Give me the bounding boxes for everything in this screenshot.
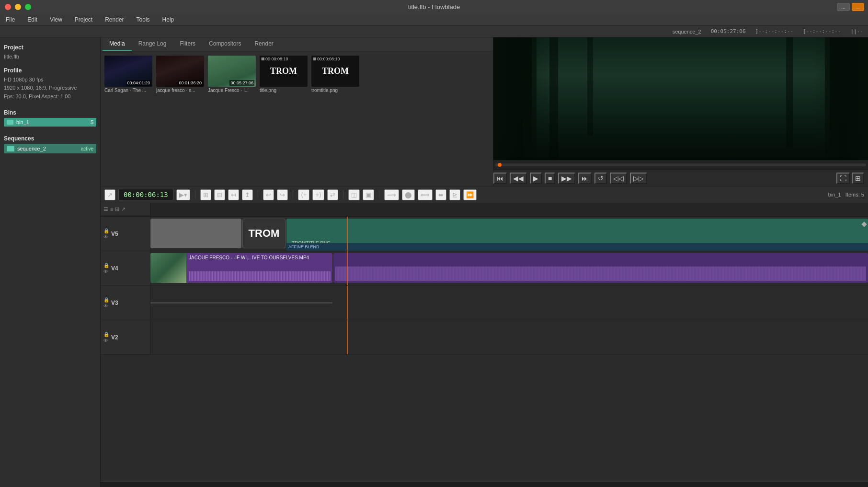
media-thumb-jacque2[interactable]: 00:05:27:06 Jacque Fresco - l... [208, 56, 256, 182]
seq-tc2: ]--:--:--:-- [755, 28, 793, 35]
preview-next-frame[interactable]: ▶▶ [558, 173, 575, 184]
top-btn-1[interactable]: ... [837, 3, 849, 11]
timecode-display[interactable]: 00:00:06:13 [118, 189, 173, 200]
track-vis-v3[interactable]: 👁 [103, 303, 109, 309]
track-label-v2: V2 [111, 334, 118, 341]
toolbar-add-mark-in[interactable]: ⟨+ [298, 189, 310, 200]
track-lock-v2[interactable]: 🔒 [103, 332, 109, 337]
media-thumb-carl-sagan[interactable]: 00:04:01:29 Carl Sagan - The ... [104, 56, 152, 182]
preview-stop[interactable]: ■ [545, 173, 555, 184]
toolbar-arrow[interactable]: ↗ [104, 189, 115, 200]
preview-slow-back[interactable]: ◁◁ [610, 173, 627, 184]
menu-render[interactable]: Render [103, 15, 126, 24]
track-lock-v5[interactable]: 🔒 [103, 228, 109, 233]
toolbar-play-btn[interactable]: ▶▾ [176, 189, 190, 200]
toolbar-splice[interactable]: ⊟ [214, 189, 225, 200]
thumb-label-carl-sagan: Carl Sagan - The ... [104, 88, 152, 93]
tab-compositors[interactable]: Compositors [202, 37, 248, 51]
minimize-button[interactable] [15, 4, 21, 10]
menu-edit[interactable]: Edit [25, 15, 39, 24]
toolbar-fade[interactable]: ▣ [363, 189, 374, 200]
track-header-v2: 🔒 👁 V2 [101, 320, 150, 354]
tab-range-log[interactable]: Range Log [132, 37, 173, 51]
menu-view[interactable]: View [48, 15, 64, 24]
media-thumb-tromtitle-png[interactable]: TROM ▦ 00:00:08:10 tromtitle.png [311, 56, 359, 182]
toolbar-sync[interactable]: ⇄ [327, 189, 338, 200]
track-icons-v2: 🔒 👁 [103, 332, 109, 343]
sequences-label: Sequences [4, 135, 96, 142]
window-controls [5, 4, 31, 10]
tab-media[interactable]: Media [103, 37, 132, 51]
preview-step-fwd[interactable]: ⏭ [578, 173, 592, 184]
playhead-v2 [347, 320, 348, 354]
thumb-img-title-png: TROM ▦ 00:00:08:10 [260, 56, 308, 87]
menu-tools[interactable]: Tools [135, 15, 152, 24]
sequence-item[interactable]: sequence_2 active [4, 144, 96, 153]
media-thumb-title-png[interactable]: TROM ▦ 00:00:08:10 title.png [260, 56, 308, 182]
toolbar-speed[interactable]: ⏩ [463, 189, 477, 200]
preview-fullscreen[interactable]: ⛶ [836, 173, 850, 184]
close-button[interactable] [5, 4, 11, 10]
track-vis-v5[interactable]: 👁 [103, 234, 109, 240]
toolbar-add-mark-out[interactable]: +⟩ [312, 189, 324, 200]
toolbar-slip[interactable]: ⬌ [435, 189, 446, 200]
toolbar-seq[interactable]: ⊵ [449, 189, 460, 200]
track-lock-v4[interactable]: 🔒 [103, 263, 109, 268]
toolbar-redo[interactable]: ↪ [277, 189, 288, 200]
preview-loop[interactable]: ↺ [594, 173, 607, 184]
preview-play[interactable]: ▶ [530, 173, 542, 184]
clip-v4-long[interactable] [333, 253, 868, 283]
media-thumb-jacque1[interactable]: 00:01:36:20 jacque fresco - s... [156, 56, 204, 182]
preview-step-back[interactable]: ⏮ [493, 173, 507, 184]
toolbar-sep-3 [293, 190, 293, 199]
sequence-icon [7, 146, 14, 151]
toolbar-lift[interactable]: ↥ [242, 189, 253, 200]
tab-render[interactable]: Render [248, 37, 280, 51]
preview-slow-fwd[interactable]: ▷▷ [630, 173, 647, 184]
ruler-arrow[interactable]: ↗ [121, 206, 126, 212]
track-content-v4[interactable]: JACQUE FRESCO - -IF WI... IVE TO OURSELV… [150, 251, 868, 285]
thumb-label-title-png: title.png [260, 88, 308, 93]
affine-blend-bar: AFFINE BLEND [286, 243, 868, 251]
track-content-v3[interactable] [150, 286, 868, 320]
toolbar-slide[interactable]: ⟺ [418, 189, 433, 200]
ruler-grid[interactable]: ⊞ [115, 206, 119, 212]
affine-blend-label: AFFINE BLEND [288, 244, 320, 249]
clip-v5-trom[interactable]: TROM [242, 219, 286, 248]
clip-v4-long-audio [335, 267, 866, 281]
track-content-v5[interactable]: TROM TROMTITLE.PNG AFFINE BLEND [150, 217, 868, 251]
tab-filters[interactable]: Filters [173, 37, 202, 51]
clip-v5-gray[interactable] [150, 219, 241, 248]
preview-layout[interactable]: ⊞ [852, 173, 864, 184]
track-vis-v4[interactable]: 👁 [103, 269, 109, 274]
track-row-v5: 🔒 👁 V5 TROM TROMTI [101, 217, 868, 251]
toolbar-sep-5 [379, 190, 379, 199]
toolbar-vol[interactable]: ◫ [348, 189, 360, 200]
maximize-button[interactable] [25, 4, 31, 10]
preview-prev-frame[interactable]: ◀◀ [510, 173, 527, 184]
track-vis-v2[interactable]: 👁 [103, 338, 109, 343]
ruler-list[interactable]: ≡ [110, 207, 113, 212]
toolbar-roll[interactable]: ⬤ [402, 189, 415, 200]
track-content-v2[interactable] [150, 320, 868, 354]
project-label: Project [4, 44, 96, 51]
clip-v5-trom-label: TROM [249, 227, 280, 240]
h-scrollbar[interactable] [101, 481, 868, 487]
track-lock-v3[interactable]: 🔒 [103, 297, 109, 302]
menu-project[interactable]: Project [73, 15, 94, 24]
bin-item[interactable]: bin_1 5 [4, 118, 96, 127]
top-btn-2[interactable]: ... [852, 3, 864, 11]
menu-file[interactable]: File [4, 15, 17, 24]
ruler-hamburger[interactable]: ☰ [103, 206, 108, 212]
seq-tc3: [--:--:--:-- [803, 28, 841, 35]
toolbar-overwrite[interactable]: ↤ [228, 189, 239, 200]
menu-help[interactable]: Help [160, 15, 176, 24]
toolbar-trim[interactable]: ⊞ [200, 189, 211, 200]
toolbar-sep-1 [195, 190, 195, 199]
clip-v4-main[interactable]: JACQUE FRESCO - -IF WI... IVE TO OURSELV… [150, 253, 332, 283]
thumb-label-jacque2: Jacque Fresco - l... [208, 88, 256, 93]
toolbar-undo[interactable]: ↩ [263, 189, 274, 200]
thumb-icon-title-png: ▦ [261, 57, 265, 61]
toolbar-ripple[interactable]: ⟿ [384, 189, 399, 200]
media-tabs: Media Range Log Filters Compositors Rend… [101, 37, 493, 52]
